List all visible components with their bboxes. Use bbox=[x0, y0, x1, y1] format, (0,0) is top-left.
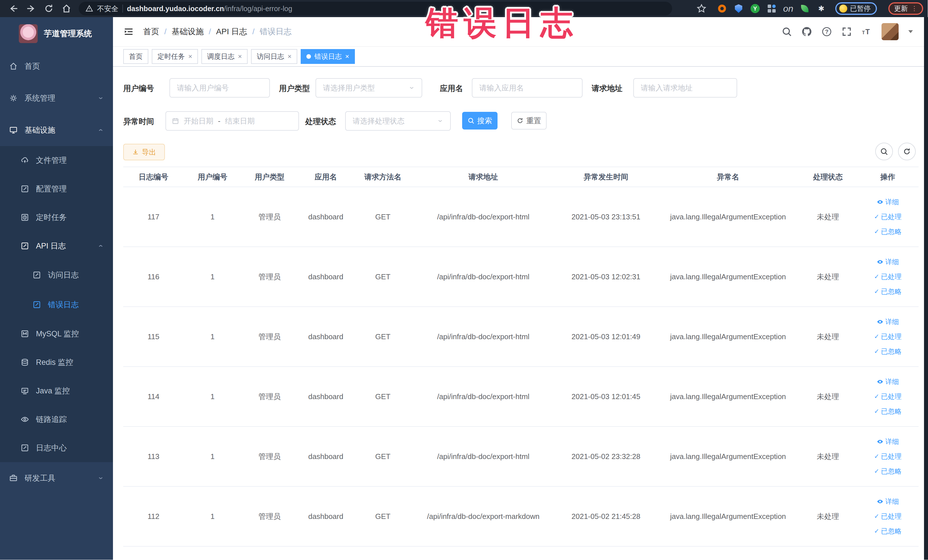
extension-icon-on-badge[interactable]: on bbox=[783, 4, 793, 14]
sidebar-item-java-monitor[interactable]: Java 监控 bbox=[0, 377, 113, 405]
refresh-table-button[interactable] bbox=[898, 143, 916, 160]
address-bar[interactable]: 不安全 dashboard.yudao.iocoder.cn/infra/log… bbox=[79, 2, 672, 15]
extension-icon-shield[interactable] bbox=[734, 4, 743, 14]
sidebar-item-redis-monitor[interactable]: Redis 监控 bbox=[0, 348, 113, 377]
font-size-icon[interactable]: TT bbox=[862, 26, 872, 37]
sidebar-item-trace[interactable]: 链路追踪 bbox=[0, 405, 113, 433]
detail-link[interactable]: 详细 bbox=[877, 257, 899, 267]
breadcrumb-home[interactable]: 首页 bbox=[143, 26, 159, 37]
cell-user-id: 1 bbox=[184, 392, 241, 401]
detail-link[interactable]: 详细 bbox=[877, 437, 899, 446]
ignored-link[interactable]: ✓已忽略 bbox=[874, 347, 902, 356]
processed-link[interactable]: ✓已处理 bbox=[874, 392, 902, 401]
col-actions: 操作 bbox=[857, 172, 919, 182]
sidebar-item-home[interactable]: 首页 bbox=[0, 50, 113, 82]
chevron-down-icon bbox=[437, 118, 443, 124]
detail-link[interactable]: 详细 bbox=[877, 497, 899, 506]
processed-link[interactable]: ✓已处理 bbox=[874, 512, 902, 521]
process-status-select[interactable]: 请选择处理状态 bbox=[345, 111, 451, 131]
sidebar-item-scheduled-tasks[interactable]: 定时任务 bbox=[0, 203, 113, 232]
bookmark-star-icon[interactable] bbox=[697, 4, 706, 14]
ignored-link[interactable]: ✓已忽略 bbox=[874, 407, 902, 416]
breadcrumb-api-log[interactable]: API 日志 bbox=[216, 26, 247, 37]
home-icon bbox=[9, 62, 18, 70]
eye-icon bbox=[877, 198, 884, 205]
reload-button[interactable] bbox=[44, 4, 53, 14]
user-avatar[interactable] bbox=[882, 23, 899, 40]
sidebar-item-system[interactable]: 系统管理 bbox=[0, 82, 113, 114]
detail-link[interactable]: 详细 bbox=[877, 317, 899, 327]
omnibox-divider bbox=[122, 5, 123, 12]
browser-update-button[interactable]: 更新 ⋮ bbox=[888, 2, 923, 15]
processed-link[interactable]: ✓已处理 bbox=[874, 272, 902, 281]
close-icon[interactable]: × bbox=[288, 53, 292, 60]
ignored-link[interactable]: ✓已忽略 bbox=[874, 227, 902, 236]
detail-link[interactable]: 详细 bbox=[877, 197, 899, 206]
close-icon[interactable]: × bbox=[188, 53, 192, 60]
cell-status: 未处理 bbox=[799, 392, 857, 402]
extension-icon-leaf[interactable] bbox=[800, 4, 810, 14]
export-button[interactable]: 导出 bbox=[123, 144, 165, 160]
sidebar-item-access-log[interactable]: 访问日志 bbox=[0, 260, 113, 290]
close-icon[interactable]: × bbox=[345, 53, 349, 60]
sidebar-item-file-management[interactable]: 文件管理 bbox=[0, 146, 113, 175]
user-menu-caret-icon[interactable] bbox=[908, 30, 913, 33]
extension-icon-grid[interactable] bbox=[767, 4, 777, 14]
forward-button[interactable] bbox=[26, 4, 36, 14]
ignored-link[interactable]: ✓已忽略 bbox=[874, 287, 902, 296]
request-url-input[interactable] bbox=[633, 78, 737, 98]
search-button[interactable]: 搜索 bbox=[462, 112, 498, 130]
user-no-input[interactable] bbox=[169, 78, 270, 98]
home-button[interactable] bbox=[62, 4, 71, 14]
cloud-upload-icon bbox=[21, 156, 29, 165]
sidebar-collapse-button[interactable] bbox=[123, 27, 134, 37]
sidebar-item-api-log[interactable]: API 日志 bbox=[0, 232, 113, 260]
error-time-range-picker[interactable]: 开始日期 - 结束日期 bbox=[165, 111, 299, 131]
cell-app-name: dashboard bbox=[298, 212, 354, 221]
sidebar-item-dev-tools[interactable]: 研发工具 bbox=[0, 462, 113, 494]
tab-home[interactable]: 首页 bbox=[123, 49, 148, 64]
app-name-input[interactable] bbox=[472, 78, 583, 98]
app-logo[interactable]: 芋道管理系统 bbox=[0, 17, 113, 50]
tab-scheduled-tasks[interactable]: 定时任务× bbox=[152, 49, 198, 64]
breadcrumb-infrastructure[interactable]: 基础设施 bbox=[172, 26, 204, 37]
extension-cluster: Y on ✱ 已暂停 更新 ⋮ bbox=[693, 2, 923, 15]
page-scrollbar[interactable] bbox=[924, 17, 928, 560]
fullscreen-icon[interactable] bbox=[841, 26, 852, 37]
toggle-search-button[interactable] bbox=[875, 143, 893, 160]
search-icon[interactable] bbox=[781, 26, 792, 37]
sidebar-item-error-log[interactable]: 错误日志 bbox=[0, 290, 113, 319]
tab-schedule-log[interactable]: 调度日志× bbox=[201, 49, 247, 64]
detail-link[interactable]: 详细 bbox=[877, 377, 899, 386]
extensions-puzzle-icon[interactable]: ✱ bbox=[817, 4, 826, 14]
ignored-link[interactable]: ✓已忽略 bbox=[874, 526, 902, 536]
github-icon[interactable] bbox=[801, 26, 812, 37]
cell-user-type: 管理员 bbox=[241, 272, 298, 282]
app-name-label: 应用名 bbox=[440, 78, 463, 99]
calendar-icon bbox=[172, 117, 179, 125]
profile-paused-chip[interactable]: 已暂停 bbox=[835, 2, 877, 15]
cell-time: 2021-05-03 12:01:49 bbox=[554, 333, 657, 341]
tab-access-log[interactable]: 访问日志× bbox=[251, 49, 297, 64]
user-type-select[interactable]: 请选择用户类型 bbox=[316, 78, 422, 98]
processed-link[interactable]: ✓已处理 bbox=[874, 212, 902, 221]
processed-link[interactable]: ✓已处理 bbox=[874, 452, 902, 461]
error-time-label: 异常时间 bbox=[123, 111, 154, 132]
log-document-icon bbox=[32, 271, 41, 279]
sidebar-item-config-management[interactable]: 配置管理 bbox=[0, 175, 113, 203]
sidebar-item-log-center[interactable]: 日志中心 bbox=[0, 433, 113, 462]
check-icon: ✓ bbox=[874, 513, 879, 519]
back-button[interactable] bbox=[9, 4, 18, 14]
extension-icon-orange[interactable] bbox=[717, 4, 727, 14]
reset-button[interactable]: 重置 bbox=[511, 112, 546, 130]
help-icon[interactable]: ? bbox=[821, 26, 832, 37]
sidebar-item-infrastructure[interactable]: 基础设施 bbox=[0, 114, 113, 146]
extension-icon-green-y[interactable]: Y bbox=[750, 4, 760, 14]
ignored-link[interactable]: ✓已忽略 bbox=[874, 467, 902, 476]
close-icon[interactable]: × bbox=[238, 53, 242, 60]
processed-link[interactable]: ✓已处理 bbox=[874, 332, 902, 341]
sidebar-item-mysql-monitor[interactable]: MySQL 监控 bbox=[0, 319, 113, 348]
tab-error-log[interactable]: 错误日志× bbox=[301, 49, 355, 64]
cell-exception: java.lang.IllegalArgumentException bbox=[657, 333, 799, 341]
table-row: 1141管理员dashboardGET/api/infra/db-doc/exp… bbox=[123, 367, 919, 427]
